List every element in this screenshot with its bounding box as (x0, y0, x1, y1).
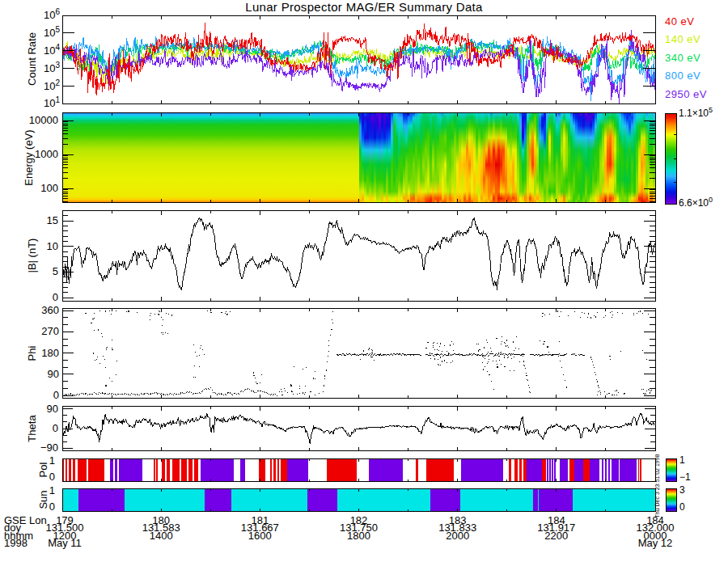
svg-text:90: 90 (48, 368, 59, 380)
svg-text:Pol: Pol (37, 462, 49, 477)
svg-text:800 eV: 800 eV (665, 70, 700, 82)
svg-text:2200: 2200 (544, 530, 568, 542)
svg-text:0: 0 (679, 501, 685, 513)
svg-text:Count Rate: Count Rate (26, 32, 38, 86)
svg-text:−1: −1 (679, 471, 691, 483)
svg-text:340 eV: 340 eV (665, 52, 700, 64)
svg-text:101: 101 (44, 95, 60, 109)
svg-text:3: 3 (679, 484, 685, 496)
svg-text:Theta: Theta (26, 415, 38, 442)
svg-text:40 eV: 40 eV (665, 15, 694, 27)
svg-text:May 12: May 12 (638, 537, 673, 549)
svg-text:10: 10 (47, 240, 58, 252)
svg-text:106: 106 (44, 7, 60, 21)
svg-text:1000: 1000 (35, 148, 58, 160)
svg-text:Thu Dec 3 23:51:02 1998: Thu Dec 3 23:51:02 1998 (654, 454, 660, 517)
svg-text:Phi: Phi (26, 345, 38, 361)
svg-text:|B| (nT): |B| (nT) (26, 239, 38, 273)
svg-text:1: 1 (49, 454, 55, 467)
svg-text:6.6×100: 6.6×100 (679, 196, 713, 209)
svg-text:May 11: May 11 (48, 537, 82, 549)
svg-text:105: 105 (44, 25, 60, 39)
svg-text:100: 100 (40, 182, 58, 194)
svg-text:0: 0 (49, 471, 55, 483)
svg-text:1.1×105: 1.1×105 (679, 106, 713, 119)
svg-text:0: 0 (53, 291, 58, 303)
svg-text:270: 270 (41, 325, 59, 337)
svg-text:0: 0 (53, 389, 59, 401)
svg-text:1998: 1998 (4, 537, 28, 549)
svg-text:90: 90 (47, 403, 58, 415)
svg-text:10000: 10000 (29, 114, 58, 126)
svg-text:−90: −90 (40, 441, 58, 454)
svg-text:1400: 1400 (150, 530, 173, 542)
svg-text:104: 104 (44, 43, 60, 57)
svg-text:15: 15 (47, 214, 58, 226)
svg-text:1800: 1800 (347, 530, 370, 542)
svg-text:1: 1 (679, 454, 685, 466)
svg-text:0: 0 (49, 501, 55, 513)
svg-text:2950 eV: 2950 eV (665, 88, 707, 100)
svg-text:Energy (eV): Energy (eV) (23, 129, 35, 185)
svg-text:140 eV: 140 eV (665, 33, 700, 45)
svg-text:1600: 1600 (248, 530, 272, 542)
svg-text:Sun: Sun (37, 490, 49, 509)
svg-text:0: 0 (53, 422, 58, 434)
svg-text:360: 360 (41, 304, 59, 316)
svg-text:2000: 2000 (446, 530, 469, 542)
svg-text:102: 102 (44, 78, 60, 92)
svg-text:1: 1 (49, 484, 55, 496)
svg-text:Lunar Prospector MAG/ER Summar: Lunar Prospector MAG/ER Summary Data (245, 0, 483, 14)
svg-text:5: 5 (53, 265, 58, 277)
svg-text:180: 180 (41, 347, 59, 359)
svg-text:103: 103 (44, 61, 60, 74)
